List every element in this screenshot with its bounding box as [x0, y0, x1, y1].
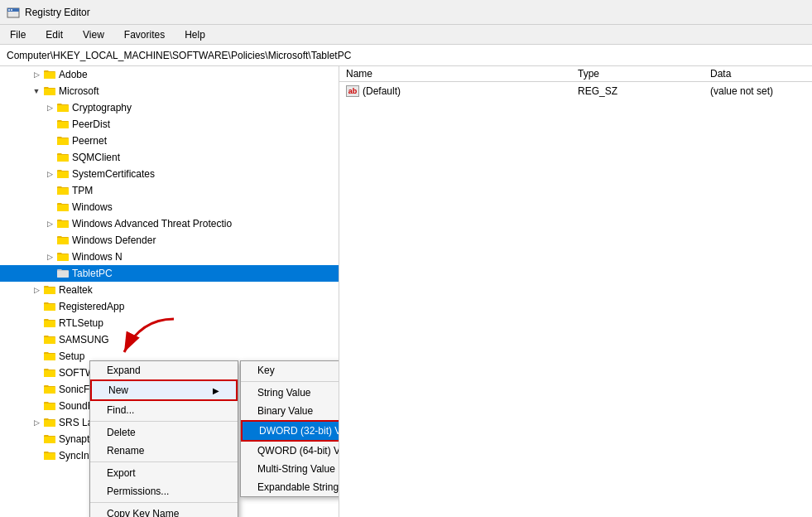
sub-dword32[interactable]: DWORD (32-bit) Value — [241, 420, 339, 442]
submenu-arrow-icon: ▶ — [213, 386, 219, 395]
tree-item-tabletpc[interactable]: TabletPC — [0, 265, 339, 282]
tree-label-peernet: Peernet — [72, 135, 107, 147]
right-pane: Name Type Data ab (Default) REG_SZ (valu… — [339, 66, 812, 517]
ctx-export[interactable]: Export — [90, 464, 238, 482]
address-bar: Computer\HKEY_LOCAL_MACHINE\SOFTWARE\Pol… — [0, 45, 812, 66]
tree-label-setup: Setup — [59, 350, 84, 362]
folder-icon-microsoft — [43, 85, 56, 98]
menu-view[interactable]: View — [79, 27, 108, 42]
tree-item-rtlsetup[interactable]: RTLSetup — [0, 315, 339, 331]
ctx-expand[interactable]: Expand — [90, 361, 238, 379]
folder-icon-registeredapp — [43, 300, 56, 313]
ctx-rename[interactable]: Rename — [90, 442, 238, 460]
expand-icon-systemcertificates: ▷ — [43, 170, 56, 178]
tree-item-peernet[interactable]: Peernet — [0, 133, 339, 149]
title-bar-text: Registry Editor — [25, 7, 90, 18]
ctx-new[interactable]: New ▶ — [90, 379, 238, 401]
tree-item-cryptography[interactable]: ▷ Cryptography — [0, 99, 339, 116]
folder-icon-systemcertificates — [56, 167, 70, 181]
expand-icon-srslabs: ▷ — [30, 418, 43, 427]
tree-item-sqmclient[interactable]: SQMClient — [0, 149, 339, 166]
expand-icon-microsoft: ▼ — [30, 87, 43, 95]
folder-icon-sonicfocus — [43, 383, 56, 396]
col-header-name: Name — [346, 68, 578, 80]
expand-icon-windowsadvanced: ▷ — [43, 220, 56, 228]
ctx-divider-2 — [90, 461, 238, 462]
menu-help[interactable]: Help — [181, 27, 209, 42]
registry-editor-icon — [7, 6, 20, 19]
expand-icon-windowsn: ▷ — [43, 253, 56, 261]
folder-icon-windowsadvanced — [56, 217, 70, 230]
sub-binaryvalue[interactable]: Binary Value — [241, 402, 339, 420]
svg-point-3 — [11, 9, 12, 11]
folder-icon-soundresearch — [43, 399, 56, 413]
menu-edit[interactable]: Edit — [42, 27, 66, 42]
tree-label-microsoft: Microsoft — [59, 85, 99, 97]
ctx-copykeyname[interactable]: Copy Key Name — [90, 505, 238, 517]
tree-item-windowsadvanced[interactable]: ▷ Windows Advanced Threat Protectio — [0, 215, 339, 232]
tree-item-windowsn[interactable]: ▷ Windows N — [0, 249, 339, 265]
tree-item-tpm[interactable]: TPM — [0, 182, 339, 199]
tree-label-windowsdefender: Windows Defender — [72, 234, 156, 246]
ctx-divider-1 — [90, 421, 238, 422]
folder-icon-syncintegration — [43, 449, 56, 462]
tree-label-cryptography: Cryptography — [72, 102, 132, 114]
tree-pane: ▷ Adobe ▼ Microsoft ▷ — [0, 66, 339, 517]
tree-label-windowsadvanced: Windows Advanced Threat Protectio — [72, 218, 232, 230]
folder-icon-peernet — [56, 134, 70, 147]
tree-item-windows[interactable]: Windows — [0, 199, 339, 215]
tree-item-microsoft[interactable]: ▼ Microsoft — [0, 83, 339, 99]
sub-expandable[interactable]: Expandable String Value — [241, 478, 339, 496]
tree-label-tpm: TPM — [72, 185, 93, 196]
ctx-divider-3 — [90, 502, 238, 503]
tree-item-adobe[interactable]: ▷ Adobe — [0, 66, 339, 83]
registry-row-default[interactable]: ab (Default) REG_SZ (value not set) — [339, 82, 812, 100]
expand-icon-realtek: ▷ — [30, 286, 43, 294]
folder-icon-windows — [56, 201, 70, 214]
tree-label-sqmclient: SQMClient — [72, 152, 120, 163]
tree-label-windowsn: Windows N — [72, 251, 123, 263]
tree-item-windowsdefender[interactable]: Windows Defender — [0, 232, 339, 249]
tree-label-peerdist: PeerDist — [72, 118, 110, 130]
menu-file[interactable]: File — [7, 27, 29, 42]
submenu: Key String Value Binary Value DWORD (32-… — [240, 360, 339, 497]
folder-icon-tabletpc — [56, 267, 70, 280]
col-header-data: Data — [710, 68, 731, 80]
tree-label-realtek: Realtek — [59, 284, 93, 296]
col-header-type: Type — [578, 68, 710, 80]
tree-item-systemcertificates[interactable]: ▷ SystemCertificates — [0, 166, 339, 182]
sub-qword64[interactable]: QWORD (64-bit) Value — [241, 442, 339, 460]
folder-icon-adobe — [43, 68, 56, 81]
sub-divider — [241, 381, 339, 382]
folder-icon-cryptography — [56, 101, 70, 114]
folder-icon-peerdist — [56, 118, 70, 131]
svg-point-2 — [8, 9, 10, 11]
ctx-permissions[interactable]: Permissions... — [90, 482, 238, 500]
folder-icon-windowsn — [56, 250, 70, 263]
tree-item-peerdist[interactable]: PeerDist — [0, 116, 339, 133]
tree-item-samsung[interactable]: SAMSUNG — [0, 331, 339, 348]
tree-item-registeredapp[interactable]: RegisteredApp — [0, 298, 339, 315]
tree-item-realtek[interactable]: ▷ Realtek — [0, 282, 339, 298]
reg-data-default: (value not set) — [710, 85, 773, 97]
title-bar: Registry Editor — [0, 0, 812, 25]
expand-icon-cryptography: ▷ — [43, 104, 56, 112]
sub-key[interactable]: Key — [241, 361, 339, 379]
sub-multistring[interactable]: Multi-String Value — [241, 460, 339, 478]
reg-type-default: REG_SZ — [578, 85, 710, 97]
tree-label-tabletpc: TabletPC — [72, 268, 113, 279]
menu-favorites[interactable]: Favorites — [121, 27, 168, 42]
folder-icon-rtlsetup — [43, 316, 56, 330]
ctx-delete[interactable]: Delete — [90, 423, 238, 442]
menu-bar: File Edit View Favorites Help — [0, 25, 812, 45]
folder-icon-setup — [43, 350, 56, 363]
reg-name-default: ab (Default) — [346, 85, 578, 97]
right-pane-header: Name Type Data — [339, 66, 812, 82]
tree-label-adobe: Adobe — [59, 69, 88, 80]
folder-icon-synaptics — [43, 432, 56, 446]
ab-icon: ab — [346, 85, 359, 97]
folder-icon-tpm — [56, 184, 70, 197]
tree-label-systemcertificates: SystemCertificates — [72, 168, 155, 180]
sub-stringvalue[interactable]: String Value — [241, 384, 339, 402]
ctx-find[interactable]: Find... — [90, 401, 238, 419]
